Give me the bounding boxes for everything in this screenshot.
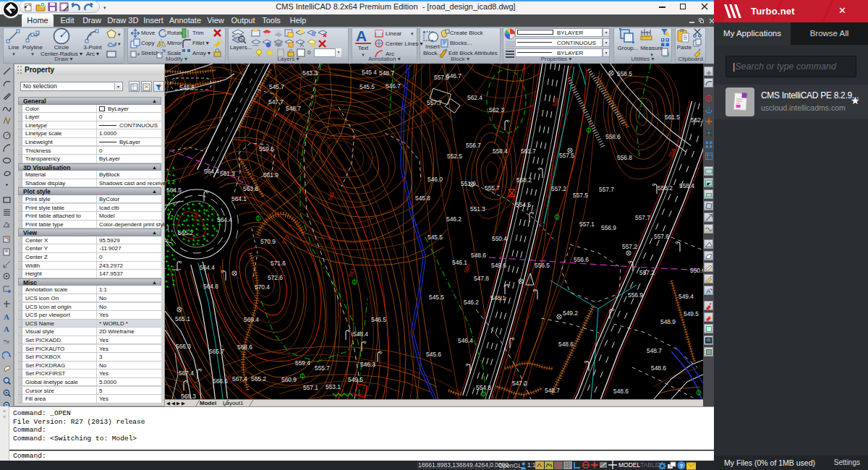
svg-text:550.4: 550.4 bbox=[492, 235, 507, 242]
svg-text:564.4: 564.4 bbox=[217, 216, 232, 223]
svg-text:565.1: 565.1 bbox=[175, 315, 190, 322]
svg-text:545.7: 545.7 bbox=[269, 83, 284, 90]
svg-text:557.5: 557.5 bbox=[559, 152, 574, 159]
svg-text:546.7: 546.7 bbox=[446, 72, 461, 80]
svg-text:546.3: 546.3 bbox=[360, 361, 375, 368]
svg-text:557.7: 557.7 bbox=[427, 99, 442, 106]
svg-text:566.6: 566.6 bbox=[213, 377, 228, 385]
svg-text:571.6: 571.6 bbox=[271, 260, 286, 267]
svg-text:A: A bbox=[4, 312, 9, 321]
svg-text:A: A bbox=[4, 325, 9, 333]
svg-text:563: 563 bbox=[347, 268, 357, 278]
svg-text:545.8: 545.8 bbox=[415, 195, 430, 202]
svg-text:565.2: 565.2 bbox=[178, 229, 193, 236]
svg-text:562.4: 562.4 bbox=[467, 94, 482, 101]
svg-text:545.5: 545.5 bbox=[429, 294, 444, 301]
svg-text:570.9: 570.9 bbox=[260, 238, 276, 245]
svg-text:545.6: 545.6 bbox=[426, 351, 441, 358]
svg-text:570: 570 bbox=[281, 234, 291, 245]
svg-text:559.5: 559.5 bbox=[259, 145, 274, 153]
svg-text:561.3: 561.3 bbox=[220, 170, 235, 177]
svg-text:558.4: 558.4 bbox=[679, 182, 694, 189]
svg-text:558.2: 558.2 bbox=[658, 184, 673, 192]
svg-text:546.5: 546.5 bbox=[371, 316, 386, 323]
svg-text:557.5: 557.5 bbox=[573, 192, 588, 199]
svg-text:561.9: 561.9 bbox=[263, 171, 278, 179]
svg-text:545.5: 545.5 bbox=[359, 83, 375, 90]
svg-text:557.1: 557.1 bbox=[303, 384, 318, 391]
svg-text:559.4: 559.4 bbox=[295, 359, 310, 367]
svg-text:568.3: 568.3 bbox=[181, 393, 196, 400]
svg-text:561.5: 561.5 bbox=[665, 114, 680, 121]
svg-text:554.8: 554.8 bbox=[476, 384, 491, 391]
svg-text:564.4: 564.4 bbox=[204, 168, 219, 175]
svg-text:548.1: 548.1 bbox=[490, 294, 506, 302]
svg-text:A: A bbox=[706, 288, 711, 295]
svg-text:569.4: 569.4 bbox=[244, 316, 259, 323]
svg-text:549.5: 549.5 bbox=[348, 376, 363, 383]
svg-text:565.2: 565.2 bbox=[251, 375, 266, 383]
svg-text:564.8: 564.8 bbox=[203, 283, 218, 290]
svg-text:564.5: 564.5 bbox=[166, 187, 182, 194]
svg-text:548.7: 548.7 bbox=[545, 387, 560, 394]
svg-text:557.6: 557.6 bbox=[654, 233, 669, 240]
svg-text:556.6: 556.6 bbox=[574, 256, 589, 263]
svg-text:548.7: 548.7 bbox=[647, 347, 662, 354]
svg-text:549.6: 549.6 bbox=[491, 262, 506, 269]
svg-text:557.7: 557.7 bbox=[635, 214, 650, 221]
svg-text:564.1: 564.1 bbox=[231, 195, 247, 202]
svg-text:558.2: 558.2 bbox=[516, 176, 532, 184]
svg-text:548.6: 548.6 bbox=[471, 252, 486, 259]
svg-text:546.4: 546.4 bbox=[458, 337, 473, 344]
svg-text:568.6: 568.6 bbox=[237, 343, 252, 351]
svg-text:549.5: 549.5 bbox=[684, 310, 699, 317]
svg-text:548.6: 548.6 bbox=[651, 364, 666, 372]
svg-text:557.7: 557.7 bbox=[599, 186, 614, 193]
svg-text:558.5: 558.5 bbox=[617, 70, 632, 77]
svg-text:560.9: 560.9 bbox=[281, 376, 297, 383]
svg-text:548.7: 548.7 bbox=[379, 69, 394, 77]
svg-text:551.9: 551.9 bbox=[461, 180, 476, 187]
svg-text:548.8: 548.8 bbox=[179, 84, 195, 91]
svg-text:562 3: 562 3 bbox=[489, 106, 504, 114]
svg-text:557.2: 557.2 bbox=[639, 269, 655, 276]
svg-text:546.0: 546.0 bbox=[427, 176, 443, 183]
svg-text:546.2: 546.2 bbox=[446, 215, 461, 223]
svg-text:548.7: 548.7 bbox=[286, 105, 301, 112]
svg-text:565: 565 bbox=[326, 191, 336, 202]
svg-text:561.7: 561.7 bbox=[521, 148, 536, 155]
svg-text:563.6: 563.6 bbox=[243, 185, 258, 192]
svg-text:572.6: 572.6 bbox=[268, 274, 283, 281]
svg-text:546.7: 546.7 bbox=[386, 82, 401, 90]
svg-text:564.4: 564.4 bbox=[200, 264, 215, 271]
svg-text:556.9: 556.9 bbox=[628, 291, 643, 299]
svg-text:548.9: 548.9 bbox=[660, 318, 676, 325]
svg-text:556.7: 556.7 bbox=[466, 142, 481, 149]
svg-text:556.9: 556.9 bbox=[601, 224, 616, 231]
svg-text:545: 545 bbox=[420, 104, 429, 114]
svg-text:547.3: 547.3 bbox=[512, 380, 527, 387]
svg-text:567.4: 567.4 bbox=[232, 375, 247, 383]
svg-text:566.3: 566.3 bbox=[176, 343, 191, 350]
svg-text:558.6: 558.6 bbox=[605, 133, 621, 140]
svg-text:554.5: 554.5 bbox=[516, 201, 531, 208]
svg-text:557.1: 557.1 bbox=[579, 221, 595, 228]
svg-text:550.6: 550.6 bbox=[690, 267, 703, 274]
svg-text:567.4: 567.4 bbox=[179, 369, 194, 377]
svg-text:555.7: 555.7 bbox=[485, 184, 500, 192]
svg-text:547.8: 547.8 bbox=[474, 275, 489, 282]
svg-text:548.6: 548.6 bbox=[613, 388, 629, 395]
svg-text:557.2: 557.2 bbox=[551, 185, 566, 192]
svg-text:570.4: 570.4 bbox=[255, 283, 270, 291]
svg-text:565.7: 565.7 bbox=[209, 348, 224, 355]
svg-text:558.4: 558.4 bbox=[493, 148, 508, 155]
svg-text:555.7: 555.7 bbox=[315, 364, 330, 372]
svg-text:?: ? bbox=[680, 463, 684, 469]
svg-text:549.4: 549.4 bbox=[678, 293, 694, 300]
svg-text:546.2: 546.2 bbox=[464, 299, 479, 306]
svg-text:548.6: 548.6 bbox=[558, 341, 574, 348]
svg-text:543.3: 543.3 bbox=[302, 69, 318, 77]
svg-text:556.5: 556.5 bbox=[535, 262, 550, 269]
svg-text:552.5: 552.5 bbox=[447, 153, 462, 160]
svg-text:545.5: 545.5 bbox=[427, 234, 443, 241]
